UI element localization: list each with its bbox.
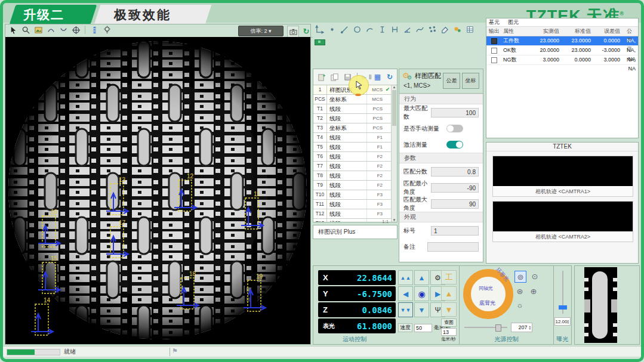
light-spinner[interactable]: ▴▾ (529, 325, 531, 330)
refresh-icon[interactable]: ↻ (301, 26, 312, 36)
min-angle-input[interactable]: -90 (431, 183, 479, 193)
arc-tool-icon[interactable] (364, 24, 375, 35)
svg-text:17: 17 (119, 219, 126, 226)
aux-input[interactable]: 13 (441, 328, 457, 336)
step-row[interactable]: PCS坐标系MCS (313, 95, 392, 104)
arc-up-tool-icon[interactable] (45, 24, 56, 35)
result-row-workpieces[interactable]: 工件数23.000023.00000.0000NA, NA (486, 36, 638, 46)
grid-tool-icon[interactable] (465, 24, 476, 35)
scroll-thumb[interactable] (392, 90, 396, 126)
stop-button[interactable]: ◉ (414, 286, 429, 301)
camera1-view[interactable] (493, 156, 633, 187)
step-row[interactable]: T1线段PCS (313, 104, 392, 114)
width-tool-icon[interactable] (389, 24, 400, 35)
arc-down-tool-icon[interactable] (58, 24, 69, 35)
light-bulb-icon[interactable] (102, 24, 113, 35)
eraser-tool-icon[interactable] (440, 24, 451, 35)
copy-step-icon[interactable] (329, 72, 340, 82)
step-row[interactable]: T8线段F2 (313, 171, 392, 181)
gears-tool-icon[interactable] (452, 24, 463, 35)
scroll-up-icon[interactable]: ▲ (392, 85, 397, 89)
circle-tool-icon[interactable] (352, 24, 362, 35)
line-tool-icon[interactable] (339, 24, 350, 35)
step-row[interactable]: T6线段F2 (313, 152, 392, 162)
light-ring-dial[interactable]: 环形光 同轴光 底背光 (463, 269, 513, 319)
exposure-spinner[interactable]: ▴▾ (567, 319, 569, 324)
height-tool-icon[interactable] (377, 24, 387, 35)
scatter-tool-icon[interactable] (427, 24, 438, 35)
tolerance-button[interactable]: 公差 (443, 73, 460, 89)
step-row[interactable]: T12线段F3 (313, 209, 392, 219)
index-input[interactable]: 1 (431, 226, 479, 236)
light-value-box[interactable]: 207 ▴▾ (511, 323, 532, 332)
tab-primitive[interactable]: 基元 (489, 19, 500, 25)
step-row[interactable]: T2线段PCS (313, 114, 392, 123)
manual-measure-toggle[interactable] (446, 125, 463, 132)
max-match-input[interactable]: 100 (431, 108, 479, 117)
refresh-steps-icon[interactable]: ↻ (387, 73, 393, 81)
toolbar-divider (85, 26, 85, 34)
speed-label-button[interactable]: 速度 (398, 323, 412, 332)
exposure-slider-handle[interactable] (559, 305, 567, 310)
point-tool-icon[interactable] (326, 24, 337, 35)
channel2-icon[interactable]: ⊙ (529, 271, 540, 281)
angle-tool-icon[interactable] (402, 24, 412, 35)
crosshair-tool-icon[interactable] (70, 24, 81, 35)
step-row[interactable]: T11线段F3 (313, 200, 392, 209)
light-slider-handle[interactable] (495, 324, 501, 332)
output-checkbox[interactable] (491, 38, 497, 44)
step-row[interactable]: T7线段F2 (313, 162, 392, 171)
channel4-icon[interactable]: ⊕ (528, 286, 539, 296)
camera-capture-icon[interactable] (287, 26, 299, 38)
jog-down-fast-button[interactable]: ▼▼ (398, 302, 413, 317)
note-input[interactable] (427, 242, 479, 252)
zoom-tool-icon[interactable] (20, 24, 31, 35)
image-tool-icon[interactable] (33, 24, 44, 35)
step-row[interactable]: T10线段F3 (313, 190, 392, 200)
ruler-tool-icon[interactable] (89, 24, 100, 35)
output-checkbox[interactable] (491, 48, 497, 54)
tab-graphic[interactable]: 图元 (508, 19, 519, 25)
light-slider[interactable] (464, 327, 507, 328)
jog-down-button[interactable]: ▼ (414, 302, 429, 317)
stage-down-button[interactable]: ▼ (441, 302, 457, 317)
max-angle-input[interactable]: 90 (431, 199, 479, 209)
result-row-ok[interactable]: OK数20.000023.0000-3.0000NA, NA (486, 46, 638, 55)
step-row[interactable]: T3坐标系PCS (313, 123, 392, 133)
step-row[interactable]: T9线段F2 (313, 181, 392, 190)
coordinate-button[interactable]: 坐标 (462, 73, 479, 89)
light-caption: 光源控制 (460, 335, 553, 344)
active-measure-toggle[interactable] (446, 141, 463, 148)
step-row[interactable]: T13线段F3 (313, 219, 392, 222)
wafer-image[interactable]: 16 15 14 13 17 12 18 11 19 (5, 37, 310, 344)
match-score-input[interactable]: 0.8 (431, 167, 479, 177)
aux-button[interactable]: 查图 (441, 318, 457, 327)
jog-up-fast-button[interactable]: ▲▲ (398, 270, 413, 285)
scroll-down-icon[interactable]: ▼ (392, 218, 397, 222)
new-step-icon[interactable] (316, 72, 326, 82)
cursor-tool-icon[interactable] (8, 24, 19, 35)
steps-footer-box[interactable]: 样图识别 Plus (313, 225, 398, 239)
jog-up-button[interactable]: ▲ (414, 270, 429, 285)
curve-tool-icon[interactable] (415, 24, 426, 35)
channel1-icon[interactable]: ⊚ (514, 271, 526, 283)
step-row[interactable]: T5线段F1 (313, 143, 392, 152)
exposure-value-box[interactable]: 12.00▴▾ (554, 317, 571, 326)
channel5-icon[interactable]: ☼ (514, 299, 525, 310)
steps-scrollbar[interactable]: ▲ ▼ (391, 85, 397, 222)
camera2-view[interactable] (493, 202, 633, 233)
speed-input[interactable]: 50 (414, 324, 432, 332)
image-viewer-panel: 倍率: 2 ▾ ↻ (5, 24, 311, 345)
stage-up-button[interactable]: ▲ (441, 286, 457, 301)
gear-small-icon: ⚙ (407, 75, 412, 81)
output-checkbox[interactable] (491, 57, 497, 63)
axis-tool-icon[interactable] (314, 24, 325, 35)
result-row-ng[interactable]: NG数3.00000.00003.0000NA, NA (486, 55, 638, 65)
chart-icon[interactable]: ▦ (374, 73, 381, 81)
stage-icon-button[interactable]: 工 (441, 270, 457, 284)
magnification-dropdown[interactable]: 倍率: 2 ▾ (238, 26, 284, 36)
pause-icon[interactable]: ‖ (369, 74, 372, 81)
jog-left-button[interactable]: ◀ (398, 286, 413, 301)
step-row[interactable]: T4线段F1 (313, 133, 392, 143)
channel3-icon[interactable]: ⊛ (514, 286, 525, 296)
